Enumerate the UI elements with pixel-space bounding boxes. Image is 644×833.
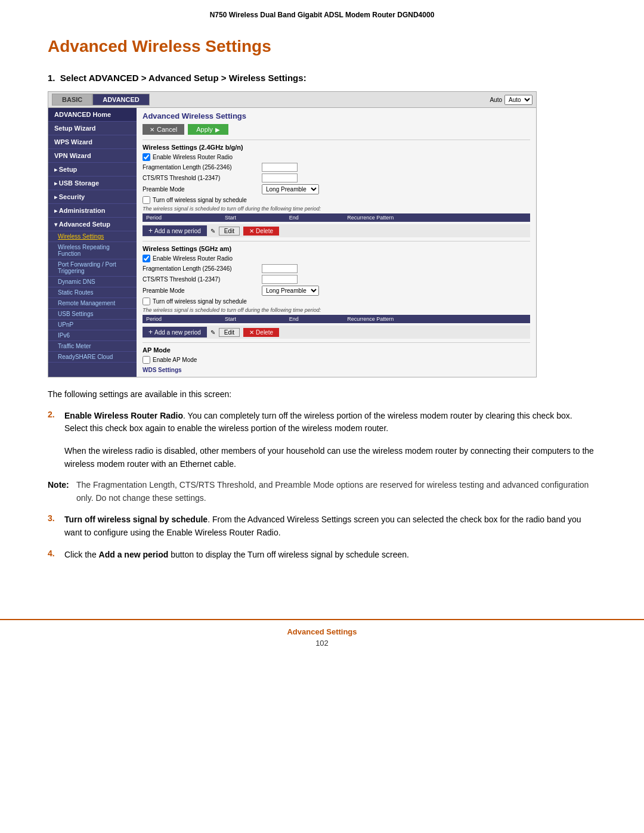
page-header: N750 Wireless Dual Band Gigabit ADSL Mod…: [0, 0, 644, 25]
router-sidebar: ADVANCED Home Setup Wizard WPS Wizard VP…: [48, 108, 137, 377]
preamble-5ghz-row: Preamble Mode Long Preamble Short Preamb…: [143, 286, 530, 296]
tab-basic[interactable]: BASIC: [52, 94, 92, 106]
schedule-24ghz-note: The wireless signal is scheduled to turn…: [143, 206, 530, 212]
schedule-24ghz-checkbox[interactable]: [143, 196, 150, 204]
sidebar-item-vpn-wizard[interactable]: VPN Wizard: [48, 149, 137, 163]
sidebar-item-traffic-meter[interactable]: Traffic Meter: [48, 341, 137, 352]
plus-icon-24ghz: +: [148, 227, 153, 235]
ap-mode-section: AP Mode Enable AP Mode: [143, 346, 530, 364]
sidebar-item-usb-storage[interactable]: USB Storage: [48, 176, 137, 190]
pencil-icon-24ghz: ✎: [210, 228, 215, 234]
sidebar-item-setup-wizard[interactable]: Setup Wizard: [48, 122, 137, 135]
col-period-24ghz: Period: [143, 213, 221, 222]
col-start-5ghz: Start: [221, 315, 286, 323]
step1-instruction: 1. Select ADVANCED > Advanced Setup > Wi…: [48, 73, 596, 83]
tab-advanced[interactable]: ADVANCED: [92, 94, 150, 106]
list-item-3: 3. Turn off wireless signal by schedule.…: [48, 513, 596, 539]
sidebar-item-usb-settings[interactable]: USB Settings: [48, 309, 137, 320]
x-icon-delete-24ghz: ✕: [249, 228, 254, 234]
cts-5ghz-input[interactable]: 2347: [262, 275, 298, 284]
auto-label: Auto: [490, 97, 502, 103]
pencil-icon-5ghz: ✎: [210, 329, 215, 336]
schedule-5ghz-row: Turn off wireless signal by schedule: [143, 298, 530, 305]
cts-24ghz-row: CTS/RTS Threshold (1-2347) 2347: [143, 174, 530, 182]
cts-5ghz-label: CTS/RTS Threshold (1-2347): [143, 276, 262, 283]
router-main-panel: Advanced Wireless Settings ✕ Cancel Appl…: [137, 108, 536, 377]
frag-length-24ghz-row: Fragmentation Length (256-2346) 2346: [143, 163, 530, 172]
cancel-button[interactable]: ✕ Cancel: [143, 124, 184, 135]
frag-length-5ghz-label: Fragmentation Length (256-2346): [143, 265, 262, 272]
apply-button[interactable]: Apply ▶: [188, 124, 228, 135]
auto-dropdown[interactable]: Auto: [504, 95, 532, 105]
add-period-24ghz-button[interactable]: + Add a new period: [143, 225, 207, 236]
plus-icon-5ghz: +: [148, 328, 153, 336]
preamble-24ghz-label: Preamble Mode: [143, 186, 262, 193]
cts-24ghz-label: CTS/RTS Threshold (1-2347): [143, 175, 262, 181]
cts-24ghz-input[interactable]: 2347: [262, 174, 298, 182]
schedule-5ghz-table: Period Start End Recurrence Pattern: [143, 315, 530, 323]
preamble-5ghz-select[interactable]: Long Preamble Short Preamble: [262, 286, 319, 296]
enable-5ghz-checkbox[interactable]: [143, 255, 150, 262]
frag-length-24ghz-input[interactable]: 2346: [262, 163, 298, 172]
enable-ap-mode-checkbox[interactable]: [143, 356, 150, 364]
sidebar-item-wps-wizard[interactable]: WPS Wizard: [48, 135, 137, 149]
note-label: Note:: [48, 479, 72, 504]
edit-24ghz-button[interactable]: Edit: [219, 227, 240, 236]
item4-bold: Add a new period: [99, 550, 169, 559]
frag-length-5ghz-input[interactable]: 2346: [262, 264, 298, 273]
router-action-bar: ✕ Cancel Apply ▶: [143, 124, 530, 135]
sidebar-item-advanced-setup[interactable]: Advanced Setup: [48, 218, 137, 231]
sidebar-item-port-forwarding[interactable]: Port Forwarding / Port Triggering: [48, 259, 137, 277]
schedule-5ghz-checkbox[interactable]: [143, 298, 150, 305]
schedule-24ghz-actions: + Add a new period ✎ Edit ✕ Delete: [143, 224, 530, 237]
sidebar-item-security[interactable]: Security: [48, 190, 137, 204]
col-recurrence-24ghz: Recurrence Pattern: [343, 213, 530, 222]
router-nav-tabs: BASIC ADVANCED: [52, 94, 150, 106]
preamble-5ghz-label: Preamble Mode: [143, 287, 262, 294]
item4-text-post: button to display the Turn off wireless …: [168, 550, 409, 559]
sidebar-item-remote-management[interactable]: Remote Management: [48, 298, 137, 309]
enable-5ghz-row: Enable Wireless Router Radio: [143, 255, 530, 262]
col-start-24ghz: Start: [221, 213, 286, 222]
enable-24ghz-row: Enable Wireless Router Radio: [143, 153, 530, 161]
preamble-24ghz-select[interactable]: Long Preamble Short Preamble: [262, 184, 319, 194]
ap-mode-title: AP Mode: [143, 346, 530, 354]
wds-settings-label: WDS Settings: [143, 366, 530, 373]
router-body: ADVANCED Home Setup Wizard WPS Wizard VP…: [48, 108, 536, 377]
sidebar-item-readyshare[interactable]: ReadySHARE Cloud: [48, 352, 137, 363]
sidebar-item-ipv6[interactable]: IPv6: [48, 330, 137, 341]
sidebar-item-wireless-settings[interactable]: Wireless Settings: [48, 231, 137, 242]
list-item-4: 4. Click the Add a new period button to …: [48, 549, 596, 562]
cts-5ghz-row: CTS/RTS Threshold (1-2347) 2347: [143, 275, 530, 284]
note-content: The Fragmentation Length, CTS/RTS Thresh…: [76, 479, 596, 504]
schedule-24ghz-row: Turn off wireless signal by schedule: [143, 196, 530, 204]
col-end-5ghz: End: [286, 315, 343, 323]
sidebar-item-wireless-repeating[interactable]: Wireless Repeating Function: [48, 242, 137, 259]
add-period-5ghz-button[interactable]: + Add a new period: [143, 327, 207, 337]
sidebar-item-advanced-home[interactable]: ADVANCED Home: [48, 108, 137, 122]
arrow-icon: ▶: [215, 126, 220, 133]
x-icon-delete-5ghz: ✕: [249, 329, 254, 336]
delete-24ghz-button[interactable]: ✕ Delete: [243, 227, 279, 236]
col-recurrence-5ghz: Recurrence Pattern: [343, 315, 530, 323]
section-5ghz-title: Wireless Settings (5GHz am): [143, 245, 530, 252]
delete-5ghz-button[interactable]: ✕ Delete: [243, 328, 279, 337]
sidebar-item-static-routes[interactable]: Static Routes: [48, 287, 137, 298]
router-topbar: BASIC ADVANCED Auto Auto: [48, 92, 536, 108]
enable-ap-mode-row: Enable AP Mode: [143, 356, 530, 364]
enable-24ghz-checkbox[interactable]: [143, 153, 150, 161]
sidebar-item-administration[interactable]: Administration: [48, 204, 137, 218]
sidebar-item-upnp[interactable]: UPnP: [48, 320, 137, 330]
item4-text-pre: Click the: [64, 550, 99, 559]
auto-select: Auto Auto: [490, 95, 532, 105]
sidebar-item-setup[interactable]: Setup: [48, 163, 137, 176]
router-panel-title: Advanced Wireless Settings: [143, 112, 530, 120]
col-period-5ghz: Period: [143, 315, 221, 323]
schedule-5ghz-note: The wireless signal is scheduled to turn…: [143, 307, 530, 313]
edit-5ghz-button[interactable]: Edit: [219, 328, 240, 337]
item2-extra-text: When the wireless radio is disabled, oth…: [64, 445, 596, 470]
sidebar-item-dynamic-dns[interactable]: Dynamic DNS: [48, 277, 137, 287]
schedule-5ghz-actions: + Add a new period ✎ Edit ✕ Delete: [143, 326, 530, 339]
schedule-24ghz-table: Period Start End Recurrence Pattern: [143, 213, 530, 222]
x-icon: ✕: [150, 126, 154, 133]
